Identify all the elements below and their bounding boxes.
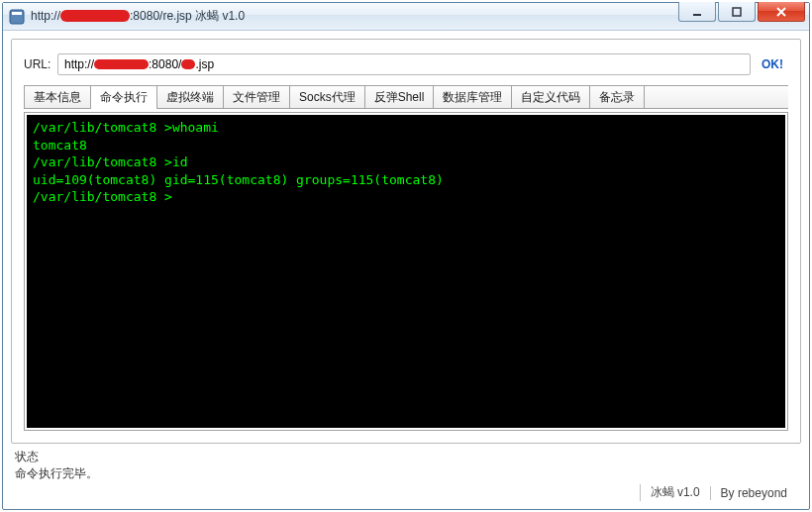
status-message: 命令执行完毕。 bbox=[15, 465, 797, 482]
url-value-prefix: http:// bbox=[64, 57, 94, 71]
status-version: 冰蝎 v1.0 bbox=[640, 484, 710, 501]
close-button[interactable] bbox=[758, 2, 805, 22]
tab-db-manage[interactable]: 数据库管理 bbox=[434, 86, 512, 108]
status-left: 状态 命令执行完毕。 bbox=[15, 449, 797, 482]
app-icon bbox=[9, 9, 25, 25]
maximize-button[interactable] bbox=[718, 2, 756, 22]
tab-file-manage[interactable]: 文件管理 bbox=[224, 86, 290, 108]
terminal[interactable]: /var/lib/tomcat8 >whoami tomcat8 /var/li… bbox=[27, 115, 785, 428]
titlebar: http://:8080/re.jsp 冰蝎 v1.0 bbox=[3, 3, 809, 31]
tab-reverse-shell[interactable]: 反弹Shell bbox=[365, 86, 435, 108]
url-redaction-2 bbox=[181, 59, 195, 69]
svg-rect-1 bbox=[12, 12, 22, 15]
status-right: 冰蝎 v1.0 By rebeyond bbox=[15, 484, 797, 501]
ok-button[interactable]: OK! bbox=[751, 57, 788, 71]
terminal-container: /var/lib/tomcat8 >whoami tomcat8 /var/li… bbox=[24, 112, 788, 431]
tab-memo[interactable]: 备忘录 bbox=[590, 86, 645, 108]
tab-socks-proxy[interactable]: Socks代理 bbox=[290, 86, 365, 108]
application-window: http://:8080/re.jsp 冰蝎 v1.0 URL: http://… bbox=[2, 2, 810, 510]
tab-virtual-terminal[interactable]: 虚拟终端 bbox=[157, 86, 224, 108]
window-title: http://:8080/re.jsp 冰蝎 v1.0 bbox=[31, 8, 676, 25]
tab-command-exec[interactable]: 命令执行 bbox=[91, 86, 157, 108]
title-redaction bbox=[60, 10, 130, 22]
url-value-mid: :8080/ bbox=[149, 57, 181, 71]
content-area: URL: http://:8080/.jsp OK! 基本信息 命令执行 虚拟终… bbox=[3, 31, 809, 509]
window-controls bbox=[676, 3, 809, 30]
status-top: 状态 命令执行完毕。 bbox=[15, 449, 797, 482]
url-redaction-1 bbox=[94, 59, 149, 69]
minimize-button[interactable] bbox=[678, 2, 716, 22]
status-bar: 状态 命令执行完毕。 冰蝎 v1.0 By rebeyond bbox=[11, 444, 801, 509]
tab-custom-code[interactable]: 自定义代码 bbox=[512, 86, 590, 108]
status-author: By rebeyond bbox=[710, 486, 797, 500]
tab-basic-info[interactable]: 基本信息 bbox=[24, 86, 91, 108]
svg-rect-3 bbox=[733, 8, 741, 16]
url-label: URL: bbox=[24, 57, 57, 71]
title-prefix: http:// bbox=[31, 9, 60, 23]
main-panel: URL: http://:8080/.jsp OK! 基本信息 命令执行 虚拟终… bbox=[11, 39, 801, 444]
tabs: 基本信息 命令执行 虚拟终端 文件管理 Socks代理 反弹Shell 数据库管… bbox=[24, 85, 788, 109]
title-suffix: :8080/re.jsp 冰蝎 v1.0 bbox=[130, 9, 245, 23]
url-value-suffix: .jsp bbox=[195, 57, 214, 71]
url-row: URL: http://:8080/.jsp OK! bbox=[24, 53, 788, 75]
status-label: 状态 bbox=[15, 449, 797, 465]
url-input[interactable]: http://:8080/.jsp bbox=[57, 53, 751, 75]
tabs-spacer bbox=[645, 86, 788, 108]
